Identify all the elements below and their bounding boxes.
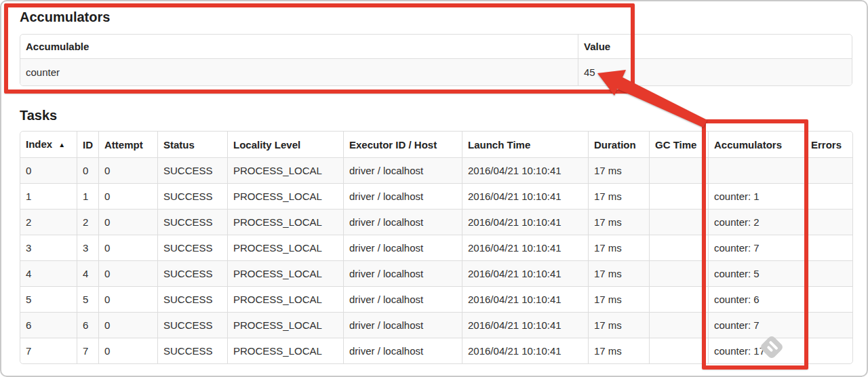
cell-duration: 17 ms [588,235,649,260]
cell-executor-id-host: driver / localhost [343,183,462,209]
cell-executor-id-host: driver / localhost [343,286,462,312]
cell-executor-id-host: driver / localhost [343,157,462,183]
cell-index: 3 [20,235,77,260]
tasks-section-title: Tasks [20,108,867,123]
tasks-header-duration[interactable]: Duration [588,132,649,157]
cell-index: 6 [20,312,77,338]
cell-id: 7 [77,338,98,363]
cell-locality-level: PROCESS_LOCAL [227,235,343,260]
cell-id: 4 [77,260,98,286]
accumulators-header-row: Accumulable Value [20,35,852,58]
cell-id: 0 [77,157,98,183]
cell-locality-level: PROCESS_LOCAL [227,286,343,312]
tasks-header-index[interactable]: Index▲ [20,132,77,157]
tasks-header-row: Index▲ ID Attempt Status Locality Level … [20,132,852,157]
cell-attempt: 0 [98,157,157,183]
cell-gc-time [649,235,708,260]
cell-accumulators [708,157,805,183]
cell-accumulators: counter: 1 [708,183,805,209]
task-row: 5 5 0 SUCCESS PROCESS_LOCAL driver / loc… [20,286,852,312]
cell-attempt: 0 [98,183,157,209]
task-row: 1 1 0 SUCCESS PROCESS_LOCAL driver / loc… [20,183,852,209]
tasks-header-executor-id-host[interactable]: Executor ID / Host [343,132,462,157]
cell-accumulators: counter: 5 [708,260,805,286]
cell-executor-id-host: driver / localhost [343,235,462,260]
task-row: 3 3 0 SUCCESS PROCESS_LOCAL driver / loc… [20,235,852,260]
tasks-header-launch-time[interactable]: Launch Time [462,132,588,157]
tasks-header-errors[interactable]: Errors [805,132,852,157]
cell-gc-time [649,209,708,235]
cell-id: 2 [77,209,98,235]
cell-status: SUCCESS [157,260,227,286]
accumulator-value-cell: 45 [578,58,852,85]
cell-index: 5 [20,286,77,312]
sort-ascending-icon: ▲ [58,141,65,148]
cell-status: SUCCESS [157,157,227,183]
cell-id: 5 [77,286,98,312]
accumulators-table: Accumulable Value counter 45 [20,34,852,86]
cell-duration: 17 ms [588,157,649,183]
tasks-header-gc-time[interactable]: GC Time [649,132,708,157]
accumulators-section-title: Accumulators [20,9,867,24]
task-row: 0 0 0 SUCCESS PROCESS_LOCAL driver / loc… [20,157,852,183]
value-column-header: Value [578,35,852,58]
cell-errors [805,157,852,183]
cell-id: 3 [77,235,98,260]
task-row: 7 7 0 SUCCESS PROCESS_LOCAL driver / loc… [20,338,852,363]
task-row: 6 6 0 SUCCESS PROCESS_LOCAL driver / loc… [20,312,852,338]
cell-accumulators: counter: 2 [708,209,805,235]
cell-errors [805,235,852,260]
accumulable-name-cell: counter [20,58,578,85]
tasks-header-attempt[interactable]: Attempt [98,132,157,157]
cell-attempt: 0 [98,286,157,312]
page-background: Accumulators Accumulable Value counter 4… [0,0,868,377]
task-row: 2 2 0 SUCCESS PROCESS_LOCAL driver / loc… [20,209,852,235]
cell-launch-time: 2016/04/21 10:10:41 [462,312,588,338]
accumulator-row: counter 45 [20,58,852,85]
cell-status: SUCCESS [157,209,227,235]
cell-launch-time: 2016/04/21 10:10:41 [462,286,588,312]
cell-id: 1 [77,183,98,209]
cell-launch-time: 2016/04/21 10:10:41 [462,209,588,235]
cell-locality-level: PROCESS_LOCAL [227,157,343,183]
cell-duration: 17 ms [588,338,649,363]
cell-errors [805,286,852,312]
cell-index: 0 [20,157,77,183]
cell-launch-time: 2016/04/21 10:10:41 [462,260,588,286]
tasks-header-index-label: Index [26,138,52,150]
cell-locality-level: PROCESS_LOCAL [227,260,343,286]
cell-duration: 17 ms [588,209,649,235]
cell-index: 2 [20,209,77,235]
cell-attempt: 0 [98,312,157,338]
cell-accumulators: counter: 6 [708,286,805,312]
cell-errors [805,183,852,209]
cell-errors [805,260,852,286]
tasks-header-locality-level[interactable]: Locality Level [227,132,343,157]
cell-accumulators: counter: 17 [708,338,805,363]
cell-launch-time: 2016/04/21 10:10:41 [462,157,588,183]
cell-index: 1 [20,183,77,209]
cell-gc-time [649,260,708,286]
accumulable-column-header: Accumulable [20,35,578,58]
cell-locality-level: PROCESS_LOCAL [227,183,343,209]
cell-id: 6 [77,312,98,338]
cell-locality-level: PROCESS_LOCAL [227,338,343,363]
cell-attempt: 0 [98,260,157,286]
cell-gc-time [649,286,708,312]
tasks-header-accumulators[interactable]: Accumulators [708,132,805,157]
cell-index: 7 [20,338,77,363]
cell-executor-id-host: driver / localhost [343,260,462,286]
cell-attempt: 0 [98,338,157,363]
cell-duration: 17 ms [588,183,649,209]
cell-index: 4 [20,260,77,286]
cell-attempt: 0 [98,209,157,235]
tasks-header-status[interactable]: Status [157,132,227,157]
cell-accumulators: counter: 7 [708,235,805,260]
cell-status: SUCCESS [157,286,227,312]
cell-launch-time: 2016/04/21 10:10:41 [462,183,588,209]
cell-accumulators: counter: 7 [708,312,805,338]
cell-errors [805,312,852,338]
cell-gc-time [649,338,708,363]
cell-executor-id-host: driver / localhost [343,338,462,363]
tasks-header-id[interactable]: ID [77,132,98,157]
